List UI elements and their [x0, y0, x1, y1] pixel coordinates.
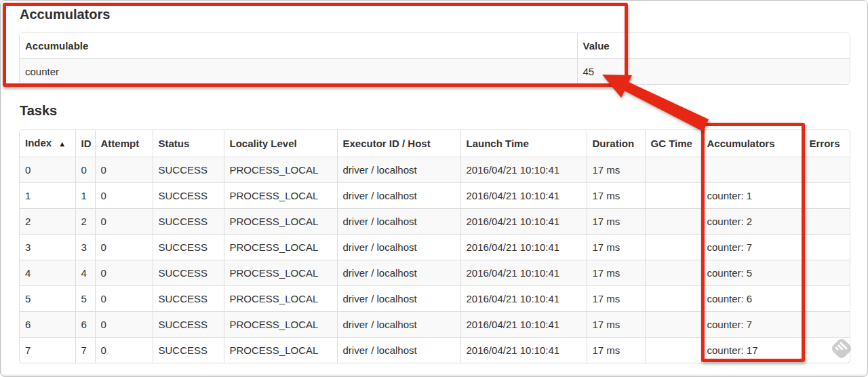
cell-launch-time: 2016/04/21 10:10:41: [460, 338, 587, 363]
cell-index: 5: [20, 286, 75, 312]
cell-locality-level: PROCESS_LOCAL: [224, 312, 337, 338]
cell-value: 45: [577, 59, 850, 85]
table-row: counter45: [20, 59, 850, 85]
cell-id: 1: [75, 183, 95, 209]
cell-duration: 17 ms: [587, 235, 645, 260]
column-header-launch-time[interactable]: Launch Time: [460, 130, 587, 157]
cell-attempt: 0: [95, 312, 153, 338]
cell-locality-level: PROCESS_LOCAL: [224, 286, 337, 312]
cell-status: SUCCESS: [153, 235, 224, 260]
cell-errors: [804, 260, 850, 286]
cell-index: 6: [20, 312, 75, 338]
column-header-gc-time[interactable]: GC Time: [645, 130, 701, 157]
cell-attempt: 0: [95, 235, 153, 260]
column-header-id[interactable]: ID: [75, 130, 95, 157]
cell-duration: 17 ms: [587, 286, 645, 312]
cell-gc-time: [645, 338, 701, 363]
cell-id: 4: [75, 260, 95, 286]
cell-index: 4: [20, 260, 75, 286]
column-header-attempt[interactable]: Attempt: [95, 130, 153, 157]
column-header-errors[interactable]: Errors: [804, 130, 850, 157]
cell-accumulators: counter: 7: [701, 235, 804, 260]
cell-executor-id-host: driver / localhost: [337, 286, 460, 312]
cell-duration: 17 ms: [587, 312, 645, 338]
table-row: 220SUCCESSPROCESS_LOCALdriver / localhos…: [20, 209, 850, 235]
table-row: 110SUCCESSPROCESS_LOCALdriver / localhos…: [20, 183, 850, 209]
cell-id: 2: [75, 209, 95, 235]
table-row: 550SUCCESSPROCESS_LOCALdriver / localhos…: [20, 286, 850, 312]
cell-accumulable: counter: [20, 59, 577, 85]
cell-id: 7: [75, 338, 95, 363]
cell-gc-time: [645, 157, 701, 183]
cell-launch-time: 2016/04/21 10:10:41: [460, 260, 587, 286]
cell-executor-id-host: driver / localhost: [337, 209, 460, 235]
cell-errors: [804, 235, 850, 260]
cell-status: SUCCESS: [153, 209, 224, 235]
cell-executor-id-host: driver / localhost: [337, 157, 460, 183]
cell-gc-time: [645, 286, 701, 312]
cell-attempt: 0: [95, 183, 153, 209]
cell-status: SUCCESS: [153, 183, 224, 209]
cell-accumulators: counter: 5: [701, 260, 804, 286]
cell-gc-time: [645, 235, 701, 260]
column-header-duration[interactable]: Duration: [587, 130, 645, 157]
accumulable-table-container: AccumulableValue counter45: [19, 33, 850, 85]
cell-locality-level: PROCESS_LOCAL: [224, 260, 337, 286]
cell-status: SUCCESS: [153, 157, 224, 183]
tasks-header-row: Index▲IDAttemptStatusLocality LevelExecu…: [20, 130, 850, 157]
accumulable-header-row: AccumulableValue: [20, 33, 850, 59]
cell-status: SUCCESS: [153, 312, 224, 338]
cell-index: 3: [20, 235, 75, 260]
spark-stage-page: Accumulators AccumulableValue counter45 …: [0, 0, 868, 377]
cell-index: 2: [20, 209, 75, 235]
table-row: 440SUCCESSPROCESS_LOCALdriver / localhos…: [20, 260, 850, 286]
column-header-accumulators[interactable]: Accumulators: [701, 130, 804, 157]
cell-accumulators: counter: 1: [701, 183, 804, 209]
cell-duration: 17 ms: [587, 338, 645, 363]
cell-executor-id-host: driver / localhost: [337, 235, 460, 260]
cell-status: SUCCESS: [153, 260, 224, 286]
cell-errors: [804, 312, 850, 338]
cell-accumulators: counter: 17: [701, 338, 804, 363]
cell-index: 1: [20, 183, 75, 209]
cell-errors: [804, 183, 850, 209]
cell-gc-time: [645, 209, 701, 235]
cell-duration: 17 ms: [587, 183, 645, 209]
watermark-icon: [830, 337, 853, 360]
cell-locality-level: PROCESS_LOCAL: [224, 157, 337, 183]
cell-launch-time: 2016/04/21 10:10:41: [460, 157, 587, 183]
table-row: 000SUCCESSPROCESS_LOCALdriver / localhos…: [20, 157, 850, 183]
column-header-index[interactable]: Index▲: [20, 130, 75, 157]
cell-accumulators: [701, 157, 804, 183]
column-header-locality-level[interactable]: Locality Level: [224, 130, 337, 157]
cell-gc-time: [645, 260, 701, 286]
cell-gc-time: [645, 312, 701, 338]
cell-locality-level: PROCESS_LOCAL: [224, 338, 337, 363]
tasks-table-container: Index▲IDAttemptStatusLocality LevelExecu…: [19, 130, 850, 363]
cell-locality-level: PROCESS_LOCAL: [224, 235, 337, 260]
column-header-value: Value: [577, 33, 850, 59]
cell-executor-id-host: driver / localhost: [337, 312, 460, 338]
cell-errors: [804, 209, 850, 235]
cell-id: 5: [75, 286, 95, 312]
cell-attempt: 0: [95, 157, 153, 183]
column-header-status[interactable]: Status: [153, 130, 224, 157]
cell-gc-time: [645, 183, 701, 209]
accumulators-section-heading: Accumulators: [20, 6, 110, 22]
cell-index: 7: [20, 338, 75, 363]
cell-accumulators: counter: 6: [701, 286, 804, 312]
cell-launch-time: 2016/04/21 10:10:41: [460, 286, 587, 312]
sort-ascending-icon: ▲: [58, 140, 66, 148]
cell-executor-id-host: driver / localhost: [337, 338, 460, 363]
column-header-executor-id-host[interactable]: Executor ID / Host: [337, 130, 460, 157]
table-row: 770SUCCESSPROCESS_LOCALdriver / localhos…: [20, 338, 850, 363]
cell-locality-level: PROCESS_LOCAL: [224, 209, 337, 235]
tasks-table: Index▲IDAttemptStatusLocality LevelExecu…: [20, 130, 850, 363]
cell-attempt: 0: [95, 338, 153, 363]
cell-duration: 17 ms: [587, 157, 645, 183]
cell-status: SUCCESS: [153, 286, 224, 312]
cell-locality-level: PROCESS_LOCAL: [224, 183, 337, 209]
cell-executor-id-host: driver / localhost: [337, 260, 460, 286]
cell-launch-time: 2016/04/21 10:10:41: [460, 312, 587, 338]
cell-accumulators: counter: 7: [701, 312, 804, 338]
